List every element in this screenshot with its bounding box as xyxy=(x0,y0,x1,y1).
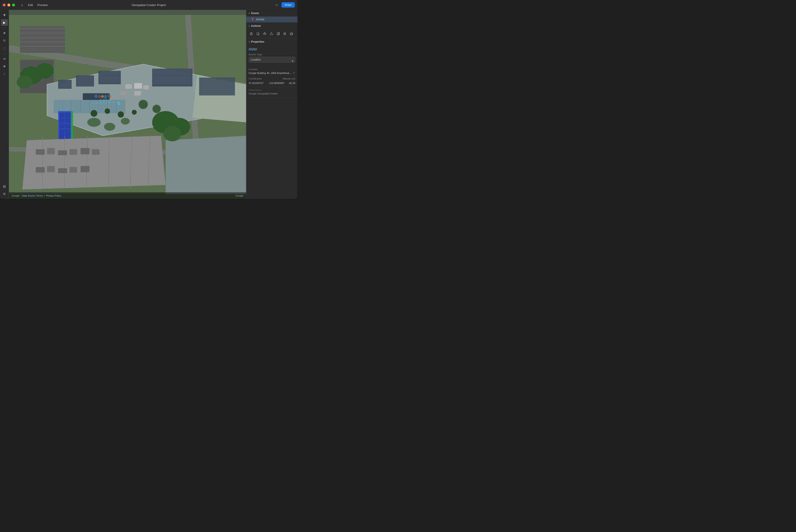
group-action-button[interactable] xyxy=(262,31,267,36)
svg-rect-5 xyxy=(20,42,65,42)
svg-marker-101 xyxy=(22,136,166,189)
maximize-button[interactable] xyxy=(12,4,15,6)
svg-rect-24 xyxy=(77,81,93,82)
svg-rect-85 xyxy=(200,88,234,89)
svg-rect-118 xyxy=(81,166,90,172)
svg-rect-13 xyxy=(59,83,70,83)
close-button[interactable] xyxy=(3,4,5,6)
home-icon[interactable]: ⌂ xyxy=(19,2,25,8)
share-button[interactable]: Share xyxy=(281,2,295,7)
pan-tool-button[interactable]: ✥ xyxy=(1,63,8,70)
latitude-block: 37,42192472° xyxy=(249,81,267,85)
svg-rect-12 xyxy=(59,81,70,82)
move-tool-button[interactable]: ✥ xyxy=(1,30,8,36)
map-footer-right: Google xyxy=(235,194,243,197)
properties-chevron-icon: ▾ xyxy=(249,41,250,43)
map-footer: Google · Data Source Terms + Privacy Pol… xyxy=(9,192,246,199)
properties-section-header[interactable]: ▾ Properties xyxy=(246,38,298,45)
location-row: Google Building 40, 1600 Amphitheatre P.… xyxy=(249,72,295,75)
location-edit-icon[interactable]: ✏ xyxy=(293,72,295,75)
actions-chevron-icon: ▾ xyxy=(249,25,250,27)
actions-section-header[interactable]: ▾ Actions xyxy=(246,22,298,29)
settings-tool-button[interactable]: ⚙ xyxy=(1,191,8,197)
transform-tool-button[interactable]: ⇄ xyxy=(1,55,8,62)
anchor-type-select[interactable]: Location Rooftop Terrain xyxy=(249,57,295,62)
add-sphere-button[interactable] xyxy=(282,31,287,36)
title-bar-right: ↩ Share xyxy=(274,2,295,8)
layer-tool-button[interactable]: ▤ xyxy=(1,183,8,190)
svg-rect-108 xyxy=(36,149,45,155)
svg-marker-148 xyxy=(270,32,273,35)
svg-rect-4 xyxy=(20,37,65,38)
actions-toolbar xyxy=(246,29,298,38)
add-cylinder-button[interactable] xyxy=(289,31,294,36)
svg-rect-30 xyxy=(99,73,120,73)
rotate-tool-button[interactable]: ↻ xyxy=(1,37,8,44)
delete-action-button[interactable] xyxy=(249,31,254,36)
svg-rect-23 xyxy=(77,80,93,81)
minimize-button[interactable] xyxy=(7,4,10,6)
undo-button[interactable]: ↩ xyxy=(274,2,280,8)
divider xyxy=(249,87,295,87)
svg-rect-6 xyxy=(20,46,65,47)
svg-rect-29 xyxy=(99,72,120,72)
svg-rect-114 xyxy=(36,167,45,173)
add-cone-button[interactable] xyxy=(269,31,274,36)
svg-line-146 xyxy=(264,34,265,35)
privacy-policy-link[interactable]: Privacy Policy xyxy=(46,194,61,197)
svg-rect-90 xyxy=(200,94,234,94)
svg-rect-19 xyxy=(77,76,93,76)
title-bar: ⌂ Edit Preview Geospatial Creator Projec… xyxy=(0,0,298,10)
svg-rect-50 xyxy=(153,80,191,81)
svg-rect-77 xyxy=(200,79,234,80)
svg-rect-51 xyxy=(153,81,191,82)
svg-rect-41 xyxy=(153,70,191,71)
actions-section-label: Actions xyxy=(251,24,261,27)
svg-point-122 xyxy=(17,75,32,89)
add-tool-button[interactable]: ✚ xyxy=(1,12,8,18)
location-label: Location xyxy=(249,68,295,71)
coordinates-row: 37,42192472° -122,0835509° -26,34 xyxy=(249,81,295,85)
edit-menu[interactable]: Edit xyxy=(26,2,35,7)
window-title: Geospatial Creator Project xyxy=(132,3,166,7)
svg-rect-35 xyxy=(99,78,120,79)
properties-content: Anchor Anchor Type Location Rooftop Terr… xyxy=(246,45,298,97)
scene-section-label: Scene xyxy=(251,12,259,15)
map-area[interactable]: G o o g l e xyxy=(9,10,246,199)
altitude-tool-button[interactable]: ↕ xyxy=(1,71,8,77)
copy-action-button[interactable] xyxy=(255,31,261,36)
scene-section-header[interactable]: ▾ Scene xyxy=(246,10,298,17)
map-canvas[interactable]: G o o g l e xyxy=(9,10,246,199)
svg-rect-16 xyxy=(59,86,70,87)
select-tool-button[interactable]: ▶ xyxy=(1,19,8,26)
location-value: Google Building 40, 1600 Amphitheatre P.… xyxy=(249,72,292,74)
svg-rect-31 xyxy=(99,74,120,74)
svg-rect-83 xyxy=(200,86,234,87)
svg-point-128 xyxy=(118,111,124,118)
svg-rect-32 xyxy=(99,75,120,75)
left-toolbar: ✚ ▶ ✥ ↻ ⬚ ⇄ ✥ ↕ ▤ ⚙ xyxy=(0,10,9,199)
anchor-property-link[interactable]: Anchor xyxy=(249,48,295,51)
svg-text:e: e xyxy=(109,94,111,98)
svg-rect-42 xyxy=(153,72,191,72)
footer-separator: + xyxy=(44,194,45,197)
svg-rect-37 xyxy=(99,80,120,81)
svg-point-158 xyxy=(290,34,292,35)
svg-rect-81 xyxy=(200,84,234,84)
add-box-button[interactable] xyxy=(276,31,281,36)
svg-rect-142 xyxy=(257,32,259,34)
svg-rect-113 xyxy=(92,149,100,155)
svg-rect-25 xyxy=(77,83,93,83)
svg-text:o: o xyxy=(101,94,103,98)
anchor-scene-item[interactable]: 📍 Anchor xyxy=(246,17,298,22)
scale-tool-button[interactable]: ⬚ xyxy=(1,45,8,52)
svg-rect-26 xyxy=(77,84,93,84)
svg-rect-69 xyxy=(125,84,132,89)
svg-rect-89 xyxy=(200,93,234,93)
preview-menu[interactable]: Preview xyxy=(36,2,49,7)
datasource-terms-link[interactable]: Data Source Terms xyxy=(22,194,43,197)
svg-rect-53 xyxy=(153,84,191,84)
svg-rect-47 xyxy=(153,77,191,77)
menu-bar: ⌂ Edit Preview xyxy=(19,2,50,8)
svg-marker-119 xyxy=(166,136,246,194)
